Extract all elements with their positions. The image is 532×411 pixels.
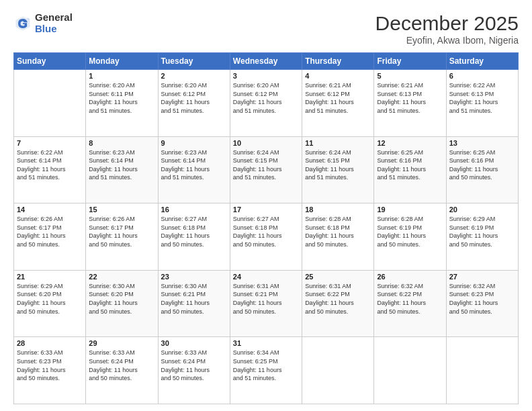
calendar-cell: 6Sunrise: 6:22 AM Sunset: 6:13 PM Daylig… [446,70,518,137]
day-info: Sunrise: 6:29 AM Sunset: 6:19 PM Dayligh… [449,215,515,248]
calendar-table: SundayMondayTuesdayWednesdayThursdayFrid… [13,52,519,404]
day-info: Sunrise: 6:30 AM Sunset: 6:20 PM Dayligh… [89,282,154,316]
calendar-cell: 31Sunrise: 6:34 AM Sunset: 6:25 PM Dayli… [230,337,302,404]
logo-blue: Blue [35,24,73,35]
month-title: December 2025 [375,12,519,35]
weekday-header-monday: Monday [86,53,158,70]
calendar-cell: 1Sunrise: 6:20 AM Sunset: 6:11 PM Daylig… [86,70,158,137]
calendar-cell: 24Sunrise: 6:31 AM Sunset: 6:21 PM Dayli… [230,270,302,337]
day-info: Sunrise: 6:31 AM Sunset: 6:22 PM Dayligh… [305,282,371,316]
calendar-week-2: 7Sunrise: 6:22 AM Sunset: 6:14 PM Daylig… [14,136,519,203]
calendar-cell: 17Sunrise: 6:27 AM Sunset: 6:18 PM Dayli… [230,203,302,271]
day-number: 3 [233,72,299,80]
calendar-cell [374,337,446,404]
calendar-week-5: 28Sunrise: 6:33 AM Sunset: 6:23 PM Dayli… [14,337,519,404]
weekday-header-wednesday: Wednesday [230,53,302,70]
day-number: 31 [233,339,299,347]
day-number: 17 [233,205,299,214]
day-info: Sunrise: 6:24 AM Sunset: 6:15 PM Dayligh… [305,148,371,182]
calendar-cell: 13Sunrise: 6:25 AM Sunset: 6:16 PM Dayli… [446,136,518,203]
calendar-cell: 19Sunrise: 6:28 AM Sunset: 6:19 PM Dayli… [374,203,446,271]
calendar-cell: 26Sunrise: 6:32 AM Sunset: 6:22 PM Dayli… [374,270,446,337]
calendar-cell: 4Sunrise: 6:21 AM Sunset: 6:12 PM Daylig… [302,70,374,137]
day-number: 28 [17,339,83,347]
day-info: Sunrise: 6:23 AM Sunset: 6:14 PM Dayligh… [161,148,227,182]
day-info: Sunrise: 6:33 AM Sunset: 6:23 PM Dayligh… [17,349,83,382]
day-info: Sunrise: 6:27 AM Sunset: 6:18 PM Dayligh… [161,215,227,248]
day-info: Sunrise: 6:26 AM Sunset: 6:17 PM Dayligh… [89,215,154,248]
day-info: Sunrise: 6:28 AM Sunset: 6:19 PM Dayligh… [377,215,443,248]
day-info: Sunrise: 6:31 AM Sunset: 6:21 PM Dayligh… [233,282,299,316]
calendar-cell: 15Sunrise: 6:26 AM Sunset: 6:17 PM Dayli… [86,203,158,271]
day-number: 16 [161,205,227,214]
calendar-cell: 20Sunrise: 6:29 AM Sunset: 6:19 PM Dayli… [446,203,518,271]
calendar-cell: 21Sunrise: 6:29 AM Sunset: 6:20 PM Dayli… [14,270,86,337]
title-area: December 2025 Eyofin, Akwa Ibom, Nigeria [375,12,519,46]
logo-text: General Blue [35,12,73,34]
calendar-cell: 14Sunrise: 6:26 AM Sunset: 6:17 PM Dayli… [14,203,86,271]
day-info: Sunrise: 6:21 AM Sunset: 6:12 PM Dayligh… [305,81,371,115]
day-number: 6 [449,72,515,80]
day-number: 5 [377,72,443,80]
calendar-cell: 12Sunrise: 6:25 AM Sunset: 6:16 PM Dayli… [374,136,446,203]
day-number: 26 [377,273,443,281]
calendar-cell: 10Sunrise: 6:24 AM Sunset: 6:15 PM Dayli… [230,136,302,203]
day-number: 23 [161,273,227,281]
day-number: 10 [233,139,299,147]
day-number: 25 [305,273,371,281]
day-info: Sunrise: 6:29 AM Sunset: 6:20 PM Dayligh… [17,282,83,316]
calendar-cell: 27Sunrise: 6:32 AM Sunset: 6:23 PM Dayli… [446,270,518,337]
weekday-header-friday: Friday [374,53,446,70]
day-number: 15 [89,205,154,214]
header: General Blue December 2025 Eyofin, Akwa … [13,12,519,46]
calendar-body: 1Sunrise: 6:20 AM Sunset: 6:11 PM Daylig… [14,70,519,404]
generalblue-logo-icon [13,14,32,33]
calendar-cell [302,337,374,404]
day-info: Sunrise: 6:22 AM Sunset: 6:13 PM Dayligh… [449,81,515,115]
weekday-header-saturday: Saturday [446,53,518,70]
day-info: Sunrise: 6:21 AM Sunset: 6:13 PM Dayligh… [377,81,443,115]
day-info: Sunrise: 6:20 AM Sunset: 6:12 PM Dayligh… [161,81,227,115]
weekday-header-thursday: Thursday [302,53,374,70]
day-info: Sunrise: 6:23 AM Sunset: 6:14 PM Dayligh… [89,148,154,182]
calendar-cell: 9Sunrise: 6:23 AM Sunset: 6:14 PM Daylig… [158,136,230,203]
day-number: 11 [305,139,371,147]
calendar-cell: 7Sunrise: 6:22 AM Sunset: 6:14 PM Daylig… [14,136,86,203]
calendar-cell: 18Sunrise: 6:28 AM Sunset: 6:18 PM Dayli… [302,203,374,271]
location-subtitle: Eyofin, Akwa Ibom, Nigeria [375,35,519,46]
day-number: 24 [233,273,299,281]
calendar-cell: 16Sunrise: 6:27 AM Sunset: 6:18 PM Dayli… [158,203,230,271]
calendar-cell: 28Sunrise: 6:33 AM Sunset: 6:23 PM Dayli… [14,337,86,404]
day-info: Sunrise: 6:33 AM Sunset: 6:24 PM Dayligh… [89,349,154,382]
day-info: Sunrise: 6:30 AM Sunset: 6:21 PM Dayligh… [161,282,227,316]
calendar-cell: 29Sunrise: 6:33 AM Sunset: 6:24 PM Dayli… [86,337,158,404]
day-number: 20 [449,205,515,214]
day-info: Sunrise: 6:32 AM Sunset: 6:22 PM Dayligh… [377,282,443,316]
calendar-cell: 30Sunrise: 6:33 AM Sunset: 6:24 PM Dayli… [158,337,230,404]
day-number: 14 [17,205,83,214]
day-number: 18 [305,205,371,214]
day-info: Sunrise: 6:20 AM Sunset: 6:12 PM Dayligh… [233,81,299,115]
calendar-cell: 8Sunrise: 6:23 AM Sunset: 6:14 PM Daylig… [86,136,158,203]
calendar-cell: 11Sunrise: 6:24 AM Sunset: 6:15 PM Dayli… [302,136,374,203]
day-number: 30 [161,339,227,347]
day-info: Sunrise: 6:20 AM Sunset: 6:11 PM Dayligh… [89,81,154,115]
day-info: Sunrise: 6:28 AM Sunset: 6:18 PM Dayligh… [305,215,371,248]
day-info: Sunrise: 6:24 AM Sunset: 6:15 PM Dayligh… [233,148,299,182]
day-info: Sunrise: 6:26 AM Sunset: 6:17 PM Dayligh… [17,215,83,248]
weekday-header-row: SundayMondayTuesdayWednesdayThursdayFrid… [14,53,519,70]
day-number: 27 [449,273,515,281]
logo-general: General [35,12,73,24]
calendar-cell: 5Sunrise: 6:21 AM Sunset: 6:13 PM Daylig… [374,70,446,137]
day-number: 4 [305,72,371,80]
day-number: 13 [449,139,515,147]
day-info: Sunrise: 6:33 AM Sunset: 6:24 PM Dayligh… [161,349,227,382]
weekday-header-sunday: Sunday [14,53,86,70]
calendar-week-4: 21Sunrise: 6:29 AM Sunset: 6:20 PM Dayli… [14,270,519,337]
day-number: 12 [377,139,443,147]
logo: General Blue [13,12,73,34]
day-number: 9 [161,139,227,147]
calendar-cell: 2Sunrise: 6:20 AM Sunset: 6:12 PM Daylig… [158,70,230,137]
day-info: Sunrise: 6:25 AM Sunset: 6:16 PM Dayligh… [449,148,515,182]
weekday-header-tuesday: Tuesday [158,53,230,70]
